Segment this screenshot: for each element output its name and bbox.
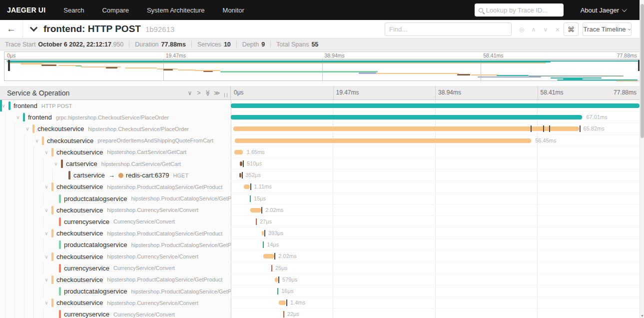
span-bar[interactable] — [239, 173, 241, 178]
span-timeline-cell[interactable]: 27μs — [231, 216, 640, 228]
span-bar[interactable] — [233, 126, 579, 131]
next-match-icon[interactable]: ∨ — [540, 26, 552, 33]
scrollbar-thumb[interactable] — [641, 4, 644, 138]
span-timeline-cell[interactable]: 579μs — [231, 274, 640, 286]
span-timeline-cell[interactable]: 14μs — [231, 239, 640, 250]
span-row[interactable]: ∨checkoutservicehipstershop.ProductCatal… — [0, 228, 640, 239]
span-row[interactable]: ∨checkoutservicehipstershop.ProductCatal… — [0, 274, 640, 286]
trace-id-search-box[interactable] — [475, 4, 564, 16]
prev-match-icon[interactable]: ∧ — [528, 26, 540, 33]
span-bar[interactable] — [234, 150, 243, 154]
span-timeline-cell[interactable]: 1.65ms — [231, 146, 640, 158]
span-collapse-chevron-icon[interactable]: ∨ — [33, 138, 40, 144]
span-timeline-cell[interactable]: 352μs — [231, 170, 640, 181]
span-tree-cell[interactable]: ∨checkoutservicehipstershop.ProductCatal… — [0, 228, 231, 239]
span-tree-cell[interactable]: ∨checkoutservicehipstershop.CurrencyServ… — [0, 250, 231, 262]
span-tree-cell[interactable]: currencyserviceCurrencyService/Convert — [0, 308, 231, 318]
span-bar-thin[interactable] — [271, 265, 272, 272]
span-row[interactable]: ∨frontendHTTP POST — [0, 100, 640, 112]
span-timeline-cell[interactable]: 2.02ms — [231, 204, 640, 216]
trace-view-selector[interactable]: Trace Timeline › — [583, 22, 632, 36]
trace-id-search-input[interactable] — [486, 6, 556, 14]
span-bar[interactable] — [244, 184, 250, 189]
span-timeline-cell[interactable]: 1.4ms — [231, 297, 640, 308]
vertical-scrollbar[interactable]: ▼ — [640, 0, 644, 318]
expand-all-icon[interactable]: ≫ — [212, 90, 221, 96]
span-row[interactable]: ∨checkoutservicehipstershop.CurrencyServ… — [0, 297, 640, 308]
span-collapse-chevron-icon[interactable]: ∨ — [43, 277, 50, 282]
span-timeline-cell[interactable]: 2.02ms — [231, 250, 640, 262]
span-tree-cell[interactable]: ∨checkoutservicehipstershop.ProductCatal… — [0, 274, 231, 286]
span-row[interactable]: ∨checkoutservicehipstershop.CurrencyServ… — [0, 250, 640, 262]
span-collapse-chevron-icon[interactable]: ∨ — [43, 184, 50, 190]
span-tree-cell[interactable]: productcatalogservicehipstershop.Product… — [0, 239, 231, 250]
span-row[interactable]: cartservice→redis-cart:6379HGET352μs — [0, 170, 640, 181]
span-bar[interactable] — [250, 208, 261, 212]
collapse-trace-chevron-icon[interactable] — [30, 24, 38, 32]
keyboard-shortcuts-button[interactable]: ⌘ — [564, 22, 579, 36]
span-bar-thin[interactable] — [250, 196, 251, 202]
span-row[interactable]: ∨checkoutservicehipstershop.ProductCatal… — [0, 181, 640, 192]
span-timeline-cell[interactable]: 67.01ms — [231, 112, 640, 123]
collapse-one-icon[interactable]: ∨ — [185, 90, 194, 96]
span-timeline-cell[interactable]: 15μs — [231, 193, 640, 204]
span-bar[interactable] — [240, 162, 242, 166]
span-tree-cell[interactable]: ∨checkoutservicehipstershop.CurrencyServ… — [0, 204, 231, 216]
span-timeline-cell[interactable]: 510μs — [231, 158, 640, 170]
span-tree-cell[interactable]: ∨cartservicehipstershop.CartService/GetC… — [0, 158, 231, 170]
span-tree-cell[interactable]: cartservice→redis-cart:6379HGET — [0, 170, 231, 181]
span-timeline-cell[interactable]: 25μs — [231, 262, 640, 274]
about-jaeger-menu[interactable]: About Jaeger — [581, 6, 626, 14]
span-tree-cell[interactable]: currencyserviceCurrencyService/Convert — [0, 262, 231, 274]
span-timeline-cell[interactable]: 16μs — [231, 286, 640, 297]
collapse-all-icon[interactable]: ≫ — [203, 90, 212, 96]
span-timeline-cell[interactable]: 65.82ms — [231, 123, 640, 134]
span-row[interactable]: ∨checkoutservicehipstershop.CurrencyServ… — [0, 204, 640, 216]
span-tree-cell[interactable]: ∨frontendgrpc.hipstershop.CheckoutServic… — [0, 112, 231, 123]
span-row[interactable]: ∨frontendgrpc.hipstershop.CheckoutServic… — [0, 112, 640, 123]
column-resize-handle[interactable] — [224, 93, 227, 98]
span-row[interactable]: currencyserviceCurrencyService/Convert27… — [0, 216, 640, 228]
span-bar[interactable] — [231, 104, 640, 108]
span-tree-cell[interactable]: ∨checkoutservicehipstershop.CheckoutServ… — [0, 123, 231, 134]
span-row[interactable]: ∨checkoutserviceprepareOrderItemsAndShip… — [0, 135, 640, 146]
span-bar[interactable] — [231, 115, 582, 120]
scrollbar-down-arrow[interactable]: ▼ — [640, 314, 644, 318]
span-tree-cell[interactable]: ∨checkoutservicehipstershop.CartService/… — [0, 146, 231, 158]
expand-one-icon[interactable]: > — [194, 90, 203, 96]
span-tree-cell[interactable]: productcatalogservicehipstershop.Product… — [0, 286, 231, 297]
span-tree-cell[interactable]: currencyserviceCurrencyService/Convert — [0, 216, 231, 228]
span-bar[interactable] — [262, 231, 264, 236]
nav-item-system-architecture[interactable]: System Architecture — [147, 6, 205, 14]
focus-match-icon[interactable]: ◎ — [516, 26, 528, 33]
span-row[interactable]: ∨checkoutservicehipstershop.CartService/… — [0, 146, 640, 158]
span-collapse-chevron-icon[interactable]: ∨ — [43, 254, 50, 260]
minimap-canvas[interactable] — [4, 59, 640, 80]
span-tree-cell[interactable]: ∨checkoutserviceprepareOrderItemsAndShip… — [0, 135, 231, 146]
span-row[interactable]: ∨checkoutservicehipstershop.CheckoutServ… — [0, 123, 640, 134]
minimap-box[interactable]: 0μs19.47ms38.94ms58.41ms77.88ms — [4, 52, 640, 81]
span-row[interactable]: productcatalogservicehipstershop.Product… — [0, 286, 640, 297]
span-row[interactable]: currencyserviceCurrencyService/Convert25… — [0, 262, 640, 274]
span-timeline-cell[interactable]: 22μs — [231, 308, 640, 318]
span-row[interactable]: currencyserviceCurrencyService/Convert22… — [0, 308, 640, 318]
span-collapse-chevron-icon[interactable]: ∨ — [43, 208, 50, 213]
span-bar-thin[interactable] — [263, 242, 264, 248]
span-timeline-cell[interactable]: 393μs — [231, 228, 640, 239]
span-tree-cell[interactable]: ∨frontendHTTP POST — [0, 100, 231, 112]
span-collapse-chevron-icon[interactable]: ∨ — [43, 300, 50, 306]
span-bar[interactable] — [275, 278, 278, 282]
find-input[interactable] — [385, 22, 512, 36]
span-bar-thin[interactable] — [277, 288, 278, 294]
span-collapse-chevron-icon[interactable]: ∨ — [43, 150, 50, 155]
minimap-range-handle-left[interactable] — [8, 60, 10, 71]
span-bar-thin[interactable] — [283, 311, 284, 318]
span-row[interactable]: ∨cartservicehipstershop.CartService/GetC… — [0, 158, 640, 170]
span-collapse-chevron-icon[interactable]: ∨ — [14, 114, 21, 120]
span-bar[interactable] — [235, 138, 531, 143]
span-bar[interactable] — [263, 254, 274, 258]
span-bar-thin[interactable] — [256, 218, 257, 225]
span-collapse-chevron-icon[interactable]: ∨ — [52, 161, 59, 166]
span-collapse-chevron-icon[interactable]: ∨ — [24, 126, 31, 132]
nav-item-monitor[interactable]: Monitor — [223, 6, 244, 14]
